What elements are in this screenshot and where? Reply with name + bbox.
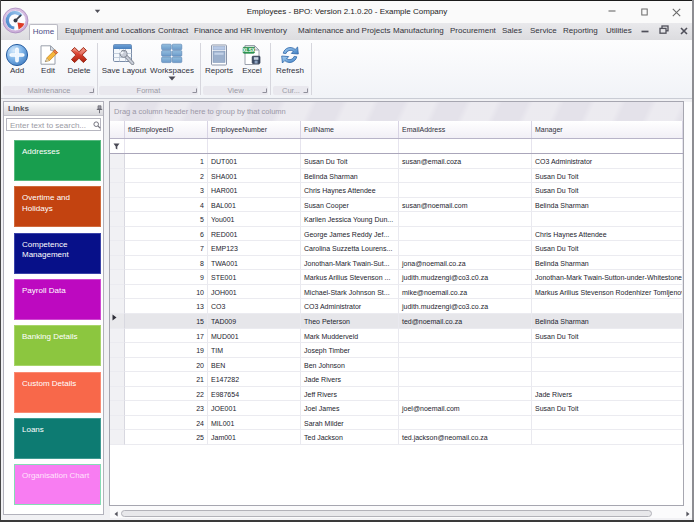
svg-text:XLSX: XLSX xyxy=(243,48,256,53)
